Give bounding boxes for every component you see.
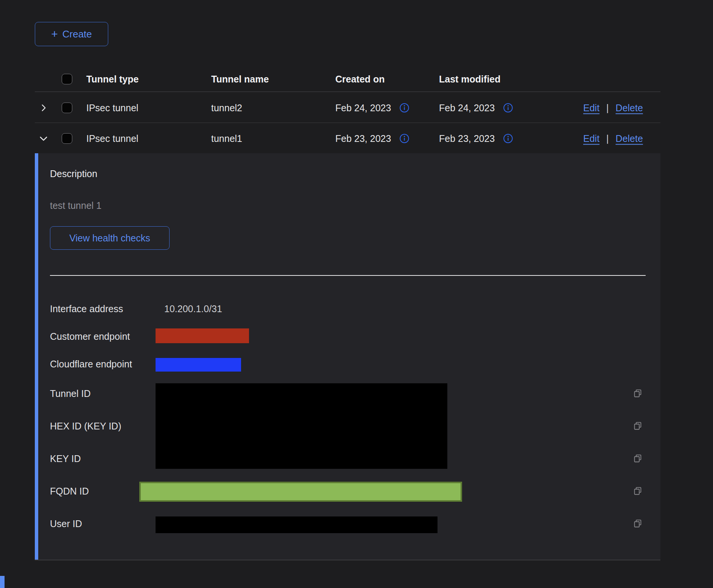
tunnel-name-cell: tunnel2 [211,103,242,114]
tunnel-type-cell: IPsec tunnel [86,103,139,114]
interface-address-label: Interface address [50,303,123,314]
delete-link[interactable]: Delete [616,103,643,114]
row-checkbox[interactable] [62,103,72,113]
info-circle-icon[interactable] [503,134,513,144]
bottom-left-indicator-fragment [0,576,5,588]
row-divider [35,123,660,123]
panel-divider [50,275,646,276]
interface-address-value: 10.200.1.0/31 [164,303,222,314]
edit-link[interactable]: Edit [583,103,599,114]
column-header-last-modified: Last modified [439,74,501,85]
customer-endpoint-label: Customer endpoint [50,331,130,342]
key-id-label: KEY ID [50,453,81,464]
tunnel-type-cell: IPsec tunnel [86,133,139,144]
actions-separator: | [606,133,609,144]
row-actions: Edit | Delete [583,133,643,144]
fqdn-id-label: FQDN ID [50,486,89,497]
tunnel-name-cell: tunnel1 [211,133,242,144]
cloudflare-endpoint-redaction [156,358,241,372]
row-actions: Edit | Delete [583,103,643,114]
last-modified-date: Feb 23, 2023 [439,133,495,144]
tunnel-id-label: Tunnel ID [50,388,90,399]
column-header-created-on: Created on [335,74,385,85]
expanded-row-indicator-bar [35,153,38,560]
view-health-checks-button[interactable]: View health checks [50,226,170,250]
last-modified-date: Feb 24, 2023 [439,103,495,114]
user-id-redaction [156,516,437,533]
row-collapse-button[interactable] [38,133,49,144]
customer-endpoint-redaction [156,328,249,343]
created-on-date: Feb 23, 2023 [335,133,391,144]
last-modified-cell: Feb 24, 2023 [439,103,513,114]
panel-bottom-divider [35,560,660,560]
create-button[interactable]: + Create [35,22,108,46]
created-on-cell: Feb 24, 2023 [335,103,409,114]
info-circle-icon[interactable] [503,103,513,113]
cloudflare-endpoint-label: Cloudflare endpoint [50,359,132,370]
info-circle-icon[interactable] [399,134,409,144]
last-modified-cell: Feb 23, 2023 [439,133,513,144]
create-button-label: Create [62,28,92,40]
description-value: test tunnel 1 [50,200,101,211]
select-all-checkbox[interactable] [62,74,72,84]
delete-link[interactable]: Delete [616,133,643,144]
user-id-label: User ID [50,518,82,529]
description-label: Description [50,168,97,179]
copy-icon[interactable] [632,453,643,464]
row-checkbox[interactable] [62,133,72,144]
created-on-cell: Feb 23, 2023 [335,133,409,144]
actions-separator: | [606,103,609,114]
plus-icon: + [51,28,58,40]
header-divider [35,92,660,92]
hex-id-label: HEX ID (KEY ID) [50,421,121,432]
copy-icon[interactable] [632,421,643,431]
ids-redaction [156,383,447,469]
column-header-tunnel-type: Tunnel type [86,74,139,85]
chevron-right-icon [39,103,48,113]
copy-icon[interactable] [632,486,643,496]
edit-link[interactable]: Edit [583,133,599,144]
info-circle-icon[interactable] [399,103,409,113]
row-expand-button[interactable] [38,102,49,114]
tunnels-page: { "create_button": { "plus": "+", "label… [0,0,713,588]
copy-icon[interactable] [632,518,643,529]
column-header-tunnel-name: Tunnel name [211,74,269,85]
copy-icon[interactable] [632,388,643,399]
fqdn-id-redaction [139,482,462,502]
created-on-date: Feb 24, 2023 [335,103,391,114]
chevron-down-icon [38,133,49,144]
